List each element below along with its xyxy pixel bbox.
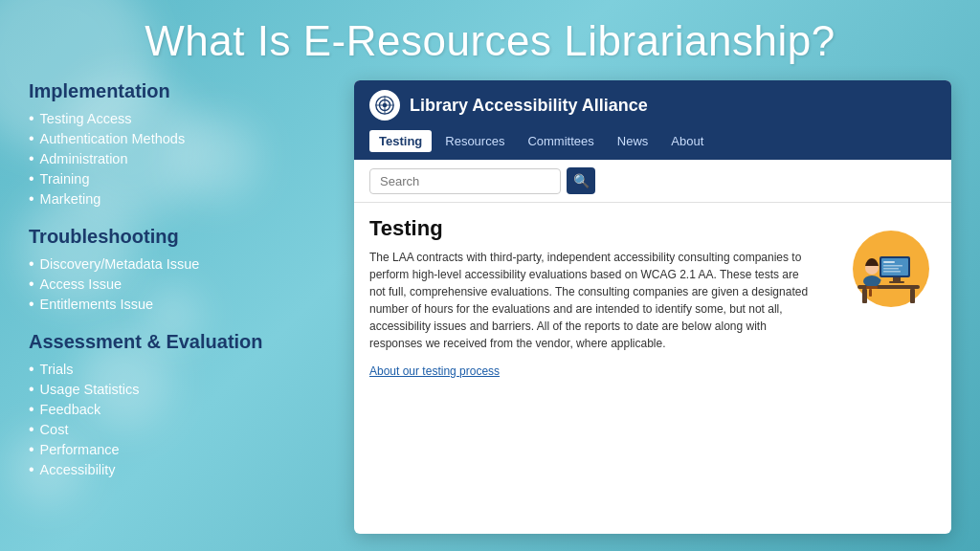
search-button[interactable]: 🔍: [567, 167, 595, 194]
list-item: Entitlements Issue: [29, 294, 325, 314]
search-input[interactable]: [369, 168, 561, 194]
list-item: Usage Statistics: [29, 379, 325, 399]
nav-item-about[interactable]: About: [661, 130, 713, 152]
content-body: The LAA contracts with third-party, inde…: [369, 249, 817, 352]
search-bar: 🔍: [354, 160, 951, 203]
section-implementation: Implementation Testing Access Authentica…: [29, 80, 325, 209]
search-icon: 🔍: [573, 173, 590, 188]
list-item: Access Issue: [29, 274, 325, 294]
section-heading-assessment: Assessment & Evaluation: [29, 331, 325, 353]
nav-item-news[interactable]: News: [608, 130, 658, 152]
section-troubleshooting: Troubleshooting Discovery/Metadata Issue…: [29, 226, 325, 314]
nav-item-resources[interactable]: Resources: [435, 130, 514, 152]
section-heading-troubleshooting: Troubleshooting: [29, 226, 325, 248]
org-logo: [369, 90, 400, 121]
content-area: Implementation Testing Access Authentica…: [29, 80, 951, 534]
implementation-list: Testing Access Authentication Methods Ad…: [29, 108, 325, 209]
content-heading: Testing: [369, 216, 817, 241]
list-item: Testing Access: [29, 108, 325, 128]
list-item: Discovery/Metadata Issue: [29, 253, 325, 274]
page-content: Testing The LAA contracts with third-par…: [354, 203, 951, 534]
person-at-desk-illustration: [834, 216, 934, 317]
content-illustration: [831, 216, 936, 520]
svg-rect-12: [889, 281, 904, 283]
browser-header: Library Accessibility Alliance: [354, 80, 951, 130]
svg-rect-7: [862, 289, 867, 303]
list-item: Authentication Methods: [29, 128, 325, 148]
left-panel: Implementation Testing Access Authentica…: [29, 80, 325, 534]
list-item: Cost: [29, 419, 325, 439]
svg-rect-11: [893, 277, 901, 281]
troubleshooting-list: Discovery/Metadata Issue Access Issue En…: [29, 253, 325, 314]
section-heading-implementation: Implementation: [29, 80, 325, 102]
list-item: Administration: [29, 148, 325, 168]
svg-rect-13: [883, 261, 895, 263]
testing-process-link[interactable]: About our testing process: [369, 364, 500, 378]
nav-bar: Testing Resources Committees News About: [354, 130, 951, 160]
browser-window: Library Accessibility Alliance Testing R…: [354, 80, 951, 534]
content-text: Testing The LAA contracts with third-par…: [369, 216, 817, 520]
list-item: Accessibility: [29, 459, 325, 479]
svg-rect-16: [883, 271, 901, 273]
main-container: What Is E-Resources Librarianship? Imple…: [0, 0, 980, 551]
section-assessment: Assessment & Evaluation Trials Usage Sta…: [29, 331, 325, 479]
nav-item-committees[interactable]: Committees: [518, 130, 603, 152]
logo-icon: [374, 95, 395, 116]
list-item: Performance: [29, 439, 325, 459]
svg-rect-10: [881, 258, 908, 276]
svg-rect-14: [883, 265, 902, 267]
list-item: Feedback: [29, 399, 325, 419]
list-item: Training: [29, 168, 325, 188]
svg-rect-20: [869, 289, 872, 297]
list-item: Trials: [29, 359, 325, 379]
list-item: Marketing: [29, 188, 325, 209]
assessment-list: Trials Usage Statistics Feedback Cost Pe…: [29, 359, 325, 479]
svg-rect-19: [866, 286, 878, 289]
svg-rect-8: [910, 289, 915, 303]
org-name: Library Accessibility Alliance: [410, 96, 648, 116]
page-title: What Is E-Resources Librarianship?: [29, 17, 951, 65]
svg-rect-15: [883, 268, 899, 270]
nav-item-testing[interactable]: Testing: [369, 130, 432, 152]
